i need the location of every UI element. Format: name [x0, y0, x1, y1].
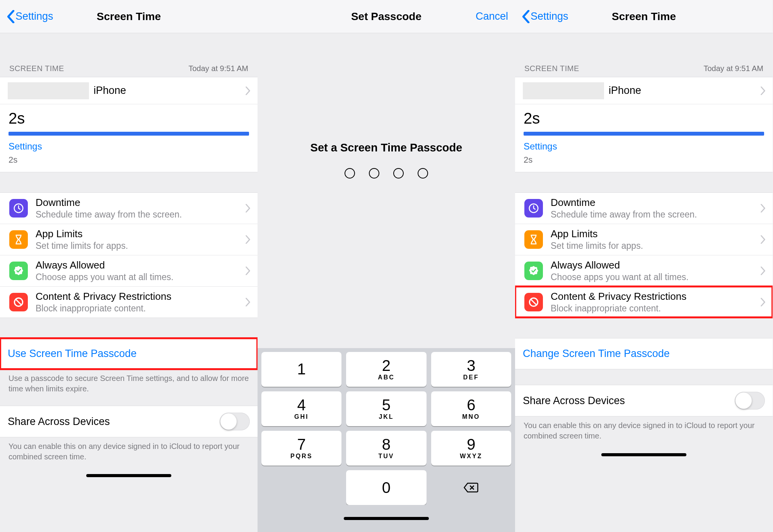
option-subtitle: Set time limits for apps.: [551, 241, 765, 251]
key-4[interactable]: 4GHI: [261, 391, 341, 426]
device-row[interactable]: iPhone: [515, 77, 773, 104]
clock-icon: [9, 199, 28, 218]
option-subtitle: Block inappropriate content.: [36, 303, 250, 314]
device-name: iPhone: [609, 85, 641, 97]
usage-row: 2s Settings 2s: [515, 104, 773, 172]
navbar: Settings Screen Time: [515, 0, 773, 33]
set-passcode-pane: Set Passcode Cancel Set a Screen Time Pa…: [258, 0, 515, 532]
back-button[interactable]: Settings: [522, 10, 568, 23]
share-toggle[interactable]: [735, 392, 765, 410]
back-label: Settings: [15, 10, 53, 22]
usage-card[interactable]: iPhone 2s Settings 2s: [0, 77, 258, 172]
section-label: SCREEN TIME: [9, 64, 64, 73]
section-label: SCREEN TIME: [524, 64, 579, 73]
key-8[interactable]: 8TUV: [346, 431, 426, 466]
chevron-left-icon: [7, 10, 15, 23]
home-indicator: [0, 462, 258, 489]
option-subtitle: Schedule time away from the screen.: [551, 209, 765, 220]
option-app-limits[interactable]: App Limits Set time limits for apps.: [515, 224, 773, 255]
key-9[interactable]: 9WXYZ: [431, 431, 511, 466]
hourglass-icon: [9, 230, 28, 249]
usage-bar: [524, 132, 764, 136]
section-header: SCREEN TIME Today at 9:51 AM: [0, 33, 258, 77]
usage-category-time: 2s: [9, 155, 249, 165]
share-label: Share Across Devices: [523, 395, 625, 407]
option-title: Content & Privacy Restrictions: [551, 291, 765, 303]
option-title: App Limits: [36, 228, 250, 240]
chevron-right-icon: [760, 87, 766, 95]
passcode-dot: [393, 168, 404, 178]
chevron-right-icon: [245, 267, 251, 275]
chevron-left-icon: [522, 10, 530, 23]
option-downtime[interactable]: Downtime Schedule time away from the scr…: [0, 193, 258, 224]
page-title: Screen Time: [97, 10, 161, 23]
option-subtitle: Schedule time away from the screen.: [36, 209, 250, 220]
key-1[interactable]: 1: [261, 352, 341, 387]
key-5[interactable]: 5JKL: [346, 391, 426, 426]
options-list: Downtime Schedule time away from the scr…: [0, 192, 258, 318]
passcode-dot: [369, 168, 379, 178]
share-row[interactable]: Share Across Devices: [515, 385, 773, 416]
check-badge-icon: [524, 262, 543, 280]
option-title: Downtime: [551, 197, 765, 209]
section-header: SCREEN TIME Today at 9:51 AM: [515, 33, 773, 77]
home-indicator: [258, 505, 515, 532]
hourglass-icon: [524, 230, 543, 249]
passcode-action-card: Use Screen Time Passcode: [0, 338, 258, 369]
screen-time-pane-left: Settings Screen Time SCREEN TIME Today a…: [0, 0, 258, 532]
share-row[interactable]: Share Across Devices: [0, 406, 258, 437]
use-passcode-button[interactable]: Use Screen Time Passcode: [0, 338, 258, 369]
chevron-right-icon: [760, 298, 766, 306]
option-content-privacy[interactable]: Content & Privacy Restrictions Block ina…: [0, 286, 258, 318]
back-button[interactable]: Settings: [7, 10, 53, 23]
option-app-limits[interactable]: App Limits Set time limits for apps.: [0, 224, 258, 255]
usage-category-label: Settings: [524, 141, 764, 152]
option-subtitle: Choose apps you want at all times.: [36, 272, 250, 282]
passcode-heading: Set a Screen Time Passcode: [258, 141, 515, 154]
usage-category-time: 2s: [524, 155, 764, 165]
share-footer: You can enable this on any device signed…: [515, 416, 773, 441]
option-title: Always Allowed: [551, 259, 765, 271]
key-3[interactable]: 3DEF: [431, 352, 511, 387]
share-card: Share Across Devices: [0, 406, 258, 437]
key-backspace[interactable]: [431, 470, 511, 505]
option-downtime[interactable]: Downtime Schedule time away from the scr…: [515, 193, 773, 224]
section-timestamp: Today at 9:51 AM: [188, 64, 248, 73]
chevron-right-icon: [245, 298, 251, 306]
numeric-keypad: 1 2ABC 3DEF 4GHI 5JKL 6MNO 7PQRS 8TUV 9W…: [258, 348, 515, 505]
passcode-action-card: Change Screen Time Passcode: [515, 338, 773, 369]
key-blank: [261, 470, 341, 505]
usage-row: 2s Settings 2s: [0, 104, 258, 172]
key-6[interactable]: 6MNO: [431, 391, 511, 426]
device-row[interactable]: iPhone: [0, 77, 258, 104]
share-footer: You can enable this on any device signed…: [0, 437, 258, 462]
section-timestamp: Today at 9:51 AM: [703, 64, 763, 73]
page-title: Set Passcode: [351, 10, 421, 23]
option-subtitle: Choose apps you want at all times.: [551, 272, 765, 282]
passcode-dots: [258, 168, 515, 178]
clock-icon: [524, 199, 543, 218]
action-label: Change Screen Time Passcode: [523, 348, 670, 360]
key-7[interactable]: 7PQRS: [261, 431, 341, 466]
navbar: Settings Screen Time: [0, 0, 258, 33]
usage-category-label: Settings: [9, 141, 249, 152]
change-passcode-button[interactable]: Change Screen Time Passcode: [515, 338, 773, 369]
option-content-privacy[interactable]: Content & Privacy Restrictions Block ina…: [515, 286, 773, 318]
key-0[interactable]: 0: [346, 470, 426, 505]
home-indicator: [515, 441, 773, 468]
share-toggle[interactable]: [220, 413, 250, 430]
usage-bar: [9, 132, 249, 136]
chevron-right-icon: [245, 204, 251, 212]
check-badge-icon: [9, 262, 28, 280]
option-always-allowed[interactable]: Always Allowed Choose apps you want at a…: [0, 255, 258, 286]
usage-duration: 2s: [524, 110, 764, 127]
usage-card[interactable]: iPhone 2s Settings 2s: [515, 77, 773, 172]
option-always-allowed[interactable]: Always Allowed Choose apps you want at a…: [515, 255, 773, 286]
key-2[interactable]: 2ABC: [346, 352, 426, 387]
passcode-dot: [418, 168, 428, 178]
back-label: Settings: [531, 10, 568, 22]
option-subtitle: Block inappropriate content.: [551, 303, 765, 314]
share-label: Share Across Devices: [8, 416, 110, 428]
cancel-button[interactable]: Cancel: [476, 10, 508, 22]
chevron-right-icon: [245, 87, 251, 95]
